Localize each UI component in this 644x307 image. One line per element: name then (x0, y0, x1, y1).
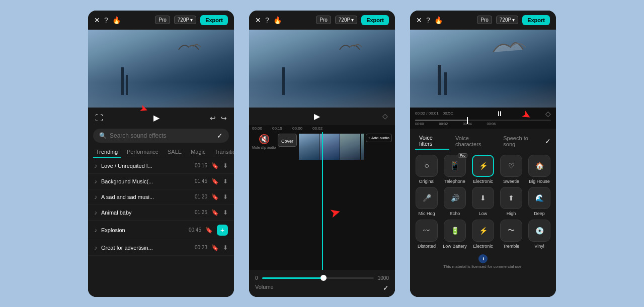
undo-button-1[interactable]: ↩ (210, 114, 216, 122)
filter-label-vinyl: Vinyl (534, 244, 544, 249)
filter-original[interactable]: ○ Original (414, 155, 439, 184)
voice-confirm-icon[interactable]: ✓ (545, 137, 551, 145)
list-item[interactable]: ♪ Explosion 00:45 🔖 + (88, 221, 234, 240)
tab-sale[interactable]: SALE (165, 147, 185, 158)
filter-btn-telephone[interactable]: 📱 Pro (444, 155, 466, 177)
music-note-icon: ♪ (94, 178, 97, 185)
filter-btn-deep[interactable]: 🌊 (528, 187, 550, 209)
filter-vinyl[interactable]: 💿 Vinyl (527, 220, 552, 249)
panel-2-bottom: ▶ ◇ 00:00 00:19 00:00 00:02 🔇 Mute clip … (249, 108, 395, 297)
filter-big-house[interactable]: 🏠 Big House (527, 155, 552, 184)
filter-electronic[interactable]: ⚡ Electronic (470, 155, 496, 184)
license-area: ℹ This material is licensed for commerci… (410, 254, 556, 270)
confirm-icon-1[interactable]: ✓ (217, 132, 223, 140)
resolution-selector-1[interactable]: 720P ▾ (174, 16, 196, 24)
playhead-line (322, 132, 323, 270)
toolbar-2: ✕ ? 🔥 Pro 720P ▾ Export (249, 11, 395, 30)
tab-voice-characters[interactable]: Voice characters (451, 133, 497, 149)
close-button-3[interactable]: ✕ (416, 16, 422, 24)
volume-fill (262, 277, 324, 279)
filter-telephone[interactable]: 📱 Pro Telephone (442, 155, 467, 184)
filter-btn-tremble[interactable]: 〜 (500, 220, 522, 242)
filter-low[interactable]: ⬇ Low (470, 187, 496, 217)
download-icon[interactable]: ⬇ (223, 193, 228, 200)
download-icon[interactable]: ⬇ (223, 244, 228, 251)
add-audio-button[interactable]: + Add audio (366, 134, 392, 142)
tab-magic[interactable]: Magic (188, 147, 208, 158)
list-item[interactable]: ♪ Animal baby 01:25 🔖 ⬇ (88, 205, 234, 221)
filter-btn-low[interactable]: ⬇ (472, 187, 494, 209)
help-button-3[interactable]: ? (426, 16, 430, 24)
bookmark-icon[interactable]: 🔖 (211, 209, 219, 216)
filter-btn-original[interactable]: ○ (416, 155, 438, 177)
filter-label-mic-hog: Mic Hog (418, 211, 435, 217)
tab-voice-filters[interactable]: Voice filters (415, 133, 449, 150)
filter-btn-high[interactable]: ⬆ (500, 187, 522, 209)
list-item[interactable]: ♪ Love / Unrequited l... 00:15 🔖 ⬇ (88, 158, 234, 174)
list-item[interactable]: ♪ Great for advertisin... 00:23 🔖 ⬇ (88, 240, 234, 256)
volume-confirm-icon[interactable]: ✓ (383, 284, 389, 292)
filter-echo[interactable]: 🔊 Echo (442, 187, 467, 217)
filter-low-battery[interactable]: 🔋 Low Battery (442, 220, 467, 249)
filter-high[interactable]: ⬆ High (499, 187, 524, 217)
cover-button[interactable]: Cover (278, 134, 297, 147)
resolution-selector-2[interactable]: 720P ▾ (335, 16, 357, 24)
export-button-1[interactable]: Export (200, 15, 228, 25)
play-button-2[interactable]: ▶ (314, 112, 320, 121)
tabs-row-1: Trending Performance SALE Magic Transiti… (88, 147, 234, 158)
play-button-1[interactable]: ➤ (150, 112, 163, 125)
p3-pause-button[interactable]: ⏸ (496, 110, 503, 118)
tab-performance[interactable]: Performance (124, 147, 162, 158)
list-item[interactable]: ♪ A sad and sad musi... 01:20 🔖 ⬇ (88, 189, 234, 205)
music-list-1: ♪ Love / Unrequited l... 00:15 🔖 ⬇ ♪ Bac… (88, 158, 234, 297)
p3-timeline-bar (415, 120, 551, 121)
download-icon[interactable]: ⬇ (223, 209, 228, 216)
download-icon[interactable]: ⬇ (223, 162, 228, 169)
help-button-1[interactable]: ? (104, 16, 108, 24)
volume-track[interactable] (262, 277, 374, 279)
add-music-button[interactable]: + (217, 225, 228, 236)
filter-btn-low-battery[interactable]: 🔋 (444, 220, 466, 242)
filter-electronic-2[interactable]: ⚡ Electronic (470, 220, 496, 249)
filter-label-low-battery: Low Battery (443, 244, 467, 249)
filter-btn-big-house[interactable]: 🏠 (528, 155, 550, 177)
filter-btn-sweetie[interactable]: ♡ (500, 155, 522, 177)
timeline-time: 00:19 (272, 126, 282, 131)
close-button-1[interactable]: ✕ (94, 16, 100, 24)
bookmark-icon[interactable]: 🔖 (211, 178, 219, 185)
export-button-3[interactable]: Export (522, 15, 550, 25)
volume-thumb[interactable] (320, 275, 327, 281)
tab-speech-to-song[interactable]: Speech to song (499, 133, 543, 149)
list-item[interactable]: ♪ Background Music(... 01:45 🔖 ⬇ (88, 174, 234, 189)
tl-time: 00:00 (415, 122, 424, 126)
expand-icon-1[interactable]: ⛶ (95, 114, 103, 123)
filter-label-electronic-2: Electronic (473, 244, 493, 249)
export-button-2[interactable]: Export (361, 15, 389, 25)
download-icon[interactable]: ⬇ (223, 178, 228, 185)
bookmark-icon[interactable]: 🔖 (211, 162, 219, 169)
redo-button-1[interactable]: ↪ (221, 114, 227, 122)
tab-trending[interactable]: Trending (93, 147, 121, 158)
filter-btn-vinyl[interactable]: 💿 (528, 220, 550, 242)
filter-btn-echo[interactable]: 🔊 (444, 187, 466, 209)
bookmark-icon[interactable]: 🔖 (211, 193, 219, 200)
filter-btn-electronic-2[interactable]: ⚡ (472, 220, 494, 242)
filter-deep[interactable]: 🌊 Deep (527, 187, 552, 217)
filter-distorted[interactable]: 〰 Distorted (414, 220, 439, 249)
filter-btn-mic-hog[interactable]: 🎤 (416, 187, 438, 209)
bookmark-icon[interactable]: 🔖 (205, 227, 213, 234)
music-duration: 01:45 (195, 178, 207, 184)
mute-icon[interactable]: 🔇 (259, 134, 270, 145)
filter-mic-hog[interactable]: 🎤 Mic Hog (414, 187, 439, 217)
bookmark-icon[interactable]: 🔖 (211, 244, 219, 251)
filter-sweetie[interactable]: ♡ Sweetie (499, 155, 524, 184)
filter-btn-distorted[interactable]: 〰 (416, 220, 438, 242)
help-button-2[interactable]: ? (265, 16, 269, 24)
search-input-1[interactable] (110, 132, 214, 139)
timeline-time: 00:02 (312, 126, 323, 131)
filter-tremble[interactable]: 〜 Tremble (499, 220, 524, 249)
close-button-2[interactable]: ✕ (255, 16, 261, 24)
tab-transition[interactable]: Transition (211, 147, 234, 158)
filter-btn-electronic[interactable]: ⚡ (472, 155, 494, 177)
resolution-selector-3[interactable]: 720P ▾ (496, 16, 518, 24)
